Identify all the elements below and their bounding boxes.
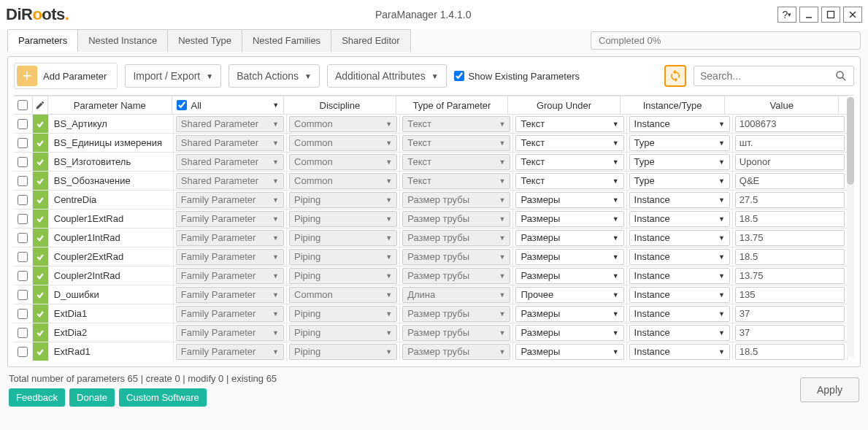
group-under-dropdown[interactable]: Размеры▼ bbox=[515, 325, 623, 341]
tab-nested-type[interactable]: Nested Type bbox=[167, 29, 242, 52]
group-under-dropdown[interactable]: Размеры▼ bbox=[515, 268, 623, 284]
group-under-dropdown[interactable]: Прочее▼ bbox=[515, 287, 623, 303]
instance-type-dropdown[interactable]: Instance▼ bbox=[629, 325, 730, 341]
search-input[interactable] bbox=[694, 66, 854, 86]
instance-type-dropdown[interactable]: Instance▼ bbox=[629, 344, 730, 360]
type-of-parameter-dropdown[interactable]: Размер трубы▼ bbox=[402, 230, 510, 246]
row-checkbox[interactable] bbox=[18, 271, 28, 281]
instance-type-dropdown[interactable]: Type▼ bbox=[629, 135, 730, 151]
type-of-parameter-dropdown[interactable]: Размер трубы▼ bbox=[402, 249, 510, 265]
row-checkbox[interactable] bbox=[18, 195, 28, 205]
parameter-type-dropdown[interactable]: Shared Parameter▼ bbox=[176, 135, 284, 151]
group-under-dropdown[interactable]: Текст▼ bbox=[515, 135, 623, 151]
tab-shared-editor[interactable]: Shared Editor bbox=[331, 29, 411, 52]
row-checkbox[interactable] bbox=[18, 138, 28, 148]
row-checkbox[interactable] bbox=[18, 119, 28, 129]
instance-type-dropdown[interactable]: Instance▼ bbox=[629, 230, 730, 246]
parameter-type-dropdown[interactable]: Shared Parameter▼ bbox=[176, 154, 284, 170]
parameter-type-dropdown[interactable]: Family Parameter▼ bbox=[176, 230, 284, 246]
discipline-dropdown[interactable]: Piping▼ bbox=[289, 344, 397, 360]
instance-type-dropdown[interactable]: Instance▼ bbox=[629, 211, 730, 227]
parameter-type-dropdown[interactable]: Family Parameter▼ bbox=[176, 306, 284, 322]
value-input[interactable]: 135 bbox=[735, 287, 845, 303]
instance-type-dropdown[interactable]: Instance▼ bbox=[629, 268, 730, 284]
refresh-button[interactable] bbox=[664, 65, 686, 87]
instance-type-dropdown[interactable]: Type▼ bbox=[629, 173, 730, 189]
type-of-parameter-dropdown[interactable]: Размер трубы▼ bbox=[402, 211, 510, 227]
row-checkbox[interactable] bbox=[18, 252, 28, 262]
header-type-filter[interactable]: All▼ bbox=[172, 96, 285, 114]
value-input[interactable]: 18.5 bbox=[735, 249, 845, 265]
group-under-dropdown[interactable]: Размеры▼ bbox=[515, 230, 623, 246]
row-checkbox[interactable] bbox=[18, 328, 28, 338]
type-of-parameter-dropdown[interactable]: Размер трубы▼ bbox=[402, 325, 510, 341]
discipline-dropdown[interactable]: Common▼ bbox=[289, 135, 397, 151]
value-input[interactable]: 27.5 bbox=[735, 192, 845, 208]
discipline-dropdown[interactable]: Piping▼ bbox=[289, 230, 397, 246]
value-input[interactable]: 37 bbox=[735, 325, 845, 341]
value-input[interactable]: 18.5 bbox=[735, 211, 845, 227]
parameter-type-dropdown[interactable]: Family Parameter▼ bbox=[176, 325, 284, 341]
row-checkbox[interactable] bbox=[18, 347, 28, 357]
show-existing-checkbox[interactable]: Show Existing Parameters bbox=[454, 71, 580, 82]
group-under-dropdown[interactable]: Размеры▼ bbox=[515, 211, 623, 227]
tab-nested-families[interactable]: Nested Families bbox=[242, 29, 331, 52]
group-under-dropdown[interactable]: Размеры▼ bbox=[515, 192, 623, 208]
instance-type-dropdown[interactable]: Instance▼ bbox=[629, 306, 730, 322]
group-under-dropdown[interactable]: Текст▼ bbox=[515, 154, 623, 170]
discipline-dropdown[interactable]: Common▼ bbox=[289, 287, 397, 303]
select-all-checkbox[interactable] bbox=[18, 100, 28, 110]
value-input[interactable]: Uponor bbox=[735, 154, 845, 170]
group-under-dropdown[interactable]: Размеры▼ bbox=[515, 344, 623, 360]
donate-button[interactable]: Donate bbox=[69, 388, 115, 407]
row-checkbox[interactable] bbox=[18, 214, 28, 224]
import-export-button[interactable]: Import / Export▼ bbox=[125, 64, 221, 88]
value-input[interactable]: Q&E bbox=[735, 173, 845, 189]
custom-software-button[interactable]: Custom Software bbox=[119, 388, 207, 407]
instance-type-dropdown[interactable]: Instance▼ bbox=[629, 287, 730, 303]
instance-type-dropdown[interactable]: Instance▼ bbox=[629, 249, 730, 265]
group-under-dropdown[interactable]: Текст▼ bbox=[515, 173, 623, 189]
type-of-parameter-dropdown[interactable]: Текст▼ bbox=[402, 154, 510, 170]
parameter-type-dropdown[interactable]: Family Parameter▼ bbox=[176, 287, 284, 303]
type-of-parameter-dropdown[interactable]: Размер трубы▼ bbox=[402, 268, 510, 284]
batch-actions-button[interactable]: Batch Actions▼ bbox=[228, 64, 320, 88]
parameter-type-dropdown[interactable]: Shared Parameter▼ bbox=[176, 173, 284, 189]
type-of-parameter-dropdown[interactable]: Длина▼ bbox=[402, 287, 510, 303]
discipline-dropdown[interactable]: Common▼ bbox=[289, 154, 397, 170]
close-button[interactable] bbox=[843, 7, 862, 23]
discipline-dropdown[interactable]: Piping▼ bbox=[289, 306, 397, 322]
discipline-dropdown[interactable]: Common▼ bbox=[289, 116, 397, 132]
type-of-parameter-dropdown[interactable]: Размер трубы▼ bbox=[402, 306, 510, 322]
feedback-button[interactable]: Feedback bbox=[9, 388, 65, 407]
discipline-dropdown[interactable]: Piping▼ bbox=[289, 211, 397, 227]
value-input[interactable]: 1008673 bbox=[735, 116, 845, 132]
tab-nested-instance[interactable]: Nested Instance bbox=[77, 29, 168, 52]
parameter-type-dropdown[interactable]: Family Parameter▼ bbox=[176, 192, 284, 208]
discipline-dropdown[interactable]: Piping▼ bbox=[289, 192, 397, 208]
row-checkbox[interactable] bbox=[18, 176, 28, 186]
tab-parameters[interactable]: Parameters bbox=[7, 29, 78, 52]
value-input[interactable]: 13.75 bbox=[735, 230, 845, 246]
help-button[interactable]: ?▾ bbox=[777, 7, 796, 23]
discipline-dropdown[interactable]: Piping▼ bbox=[289, 325, 397, 341]
additional-attributes-button[interactable]: Additional Attributes▼ bbox=[327, 64, 447, 88]
value-input[interactable]: 37 bbox=[735, 306, 845, 322]
type-of-parameter-dropdown[interactable]: Текст▼ bbox=[402, 173, 510, 189]
discipline-dropdown[interactable]: Piping▼ bbox=[289, 249, 397, 265]
instance-type-dropdown[interactable]: Instance▼ bbox=[629, 192, 730, 208]
value-input[interactable]: 13.75 bbox=[735, 268, 845, 284]
apply-button[interactable]: Apply bbox=[800, 377, 859, 402]
row-checkbox[interactable] bbox=[18, 309, 28, 319]
parameter-type-dropdown[interactable]: Family Parameter▼ bbox=[176, 211, 284, 227]
instance-type-dropdown[interactable]: Instance▼ bbox=[629, 116, 730, 132]
minimize-button[interactable] bbox=[799, 7, 818, 23]
value-input[interactable]: 18.5 bbox=[735, 344, 845, 360]
type-of-parameter-dropdown[interactable]: Текст▼ bbox=[402, 135, 510, 151]
group-under-dropdown[interactable]: Текст▼ bbox=[515, 116, 623, 132]
discipline-dropdown[interactable]: Common▼ bbox=[289, 173, 397, 189]
row-checkbox[interactable] bbox=[18, 233, 28, 243]
maximize-button[interactable] bbox=[821, 7, 840, 23]
value-input[interactable]: шт. bbox=[735, 135, 845, 151]
add-parameter-button[interactable]: + Add Parameter bbox=[14, 63, 118, 89]
